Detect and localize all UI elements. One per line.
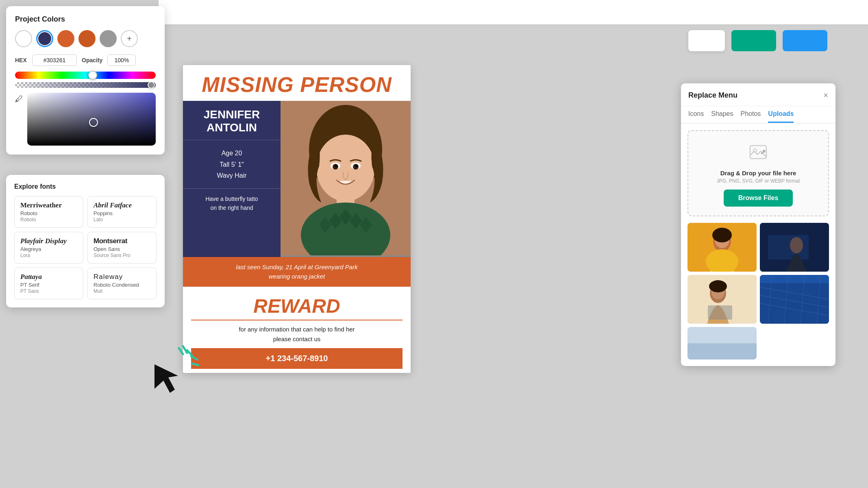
svg-line-3 xyxy=(191,356,197,359)
tab-icons[interactable]: Icons xyxy=(688,110,704,123)
replace-menu-title: Replace Menu xyxy=(688,91,737,100)
photo-thumb-4[interactable] xyxy=(760,275,829,324)
svg-rect-48 xyxy=(760,275,829,324)
alpha-slider[interactable] xyxy=(15,82,156,88)
svg-point-21 xyxy=(335,165,337,167)
font-sub1-playfair: Alegreya xyxy=(20,246,77,252)
font-sub1-abril: Poppins xyxy=(94,210,150,216)
font-sub2-playfair: Lora xyxy=(20,253,77,258)
tab-shapes[interactable]: Shapes xyxy=(711,110,733,123)
tab-photos[interactable]: Photos xyxy=(741,110,761,123)
poster-reward-section: REWARD for any information that can help… xyxy=(183,287,411,373)
hue-slider-thumb[interactable] xyxy=(88,71,97,80)
upload-sub-text: JPG, PNG, SVG, GIF or WEBP format xyxy=(696,178,820,184)
swatch-gray[interactable] xyxy=(100,30,117,47)
toolbar-button-blue[interactable] xyxy=(783,30,827,51)
replace-photos-grid xyxy=(681,223,835,366)
font-sub2-merriweather: Roboto xyxy=(20,217,77,222)
gradient-thumb[interactable] xyxy=(89,118,98,127)
opacity-label: Opacity xyxy=(82,57,102,63)
toolbar-button-white[interactable] xyxy=(688,30,725,51)
svg-line-0 xyxy=(179,348,183,354)
svg-rect-37 xyxy=(708,305,732,320)
toolbar-button-teal[interactable] xyxy=(731,30,776,51)
eyedropper-icon[interactable]: 🖊 xyxy=(15,94,23,104)
svg-point-22 xyxy=(355,165,358,167)
poster-title-box: MISSING PERSON xyxy=(183,65,411,101)
font-sub1-raleway: Roboto Condensed xyxy=(94,282,150,288)
photo-thumb-2[interactable] xyxy=(760,223,829,272)
photo-thumb-5[interactable] xyxy=(687,327,757,359)
font-sub1-montserrat: Open Sans xyxy=(94,246,150,252)
poster-name-box: JENNIFERANTOLIN xyxy=(183,101,281,140)
svg-point-9 xyxy=(316,135,375,201)
color-swatches: + xyxy=(15,30,156,47)
font-card-abril[interactable]: Abril Fatface Poppins Lato xyxy=(87,196,157,228)
poster-photo-svg xyxy=(281,101,411,255)
color-picker-title: Project Colors xyxy=(15,15,156,24)
swatch-orange2[interactable] xyxy=(78,30,96,47)
font-card-pattaya[interactable]: Pattaya PT Serif PT Sans xyxy=(14,268,83,299)
color-gradient-box[interactable] xyxy=(27,93,156,146)
font-card-playfair[interactable]: Playfair Display Alegreya Lora xyxy=(14,232,83,264)
photo-thumb-1[interactable] xyxy=(687,223,757,272)
tab-uploads[interactable]: Uploads xyxy=(768,110,794,123)
svg-rect-23 xyxy=(750,146,766,159)
poster-seen-text: last seen Sunday, 21 April at Greenyard … xyxy=(191,263,402,281)
hex-label: HEX xyxy=(15,57,27,63)
fonts-panel: Explore fonts Merriweather Roboto Roboto… xyxy=(6,175,165,307)
hex-row: HEX Opacity xyxy=(15,54,156,66)
font-card-montserrat[interactable]: Montserrat Open Sans Source Sans Pro xyxy=(87,232,157,264)
fonts-panel-title: Explore fonts xyxy=(14,183,157,190)
poster-tattoo-box: Have a butterfly tattoon the right hand xyxy=(183,189,281,218)
font-sub1-merriweather: Roboto xyxy=(20,210,77,216)
poster-age: Age 20 xyxy=(189,148,275,159)
font-name-merriweather: Merriweather xyxy=(20,201,77,209)
font-name-abril: Abril Fatface xyxy=(94,201,150,209)
poster-details-box: Age 20 Tall 5' 1" Wavy Hair xyxy=(183,140,281,189)
replace-menu-close[interactable]: × xyxy=(823,91,828,100)
opacity-input[interactable] xyxy=(107,54,136,66)
svg-line-4 xyxy=(192,364,198,365)
browse-files-button[interactable]: Browse Files xyxy=(724,190,793,207)
font-name-playfair: Playfair Display xyxy=(20,237,77,245)
swatch-white[interactable] xyxy=(15,30,32,47)
upload-drop-area[interactable]: Drag & Drop your file here JPG, PNG, SVG… xyxy=(687,130,829,216)
svg-marker-5 xyxy=(154,364,178,393)
svg-rect-50 xyxy=(687,343,757,359)
reward-phone-text: +1 234-567-8910 xyxy=(197,354,397,363)
font-name-pattaya: Pattaya xyxy=(20,273,77,281)
toolbar-buttons xyxy=(329,24,835,57)
font-sub1-pattaya: PT Serif xyxy=(20,282,77,288)
hue-slider[interactable] xyxy=(15,72,156,79)
poster-title-text: MISSING PERSON xyxy=(187,72,407,97)
replace-menu-tabs: Icons Shapes Photos Uploads xyxy=(681,106,835,124)
upload-main-text: Drag & Drop your file here xyxy=(696,170,820,176)
swatch-add[interactable]: + xyxy=(121,30,138,47)
hue-slider-wrap xyxy=(15,72,156,88)
font-card-raleway[interactable]: Raleway Roboto Condensed Muli xyxy=(87,268,157,299)
swatch-orange1[interactable] xyxy=(57,30,74,47)
font-sub2-raleway: Muli xyxy=(94,288,150,294)
color-picker-panel: Project Colors + HEX Opacity 🖊 xyxy=(6,6,165,155)
svg-rect-33 xyxy=(760,223,829,272)
poster-container: MISSING PERSON JENNIFERANTOLIN Age 20 Ta… xyxy=(183,65,411,373)
alpha-slider-thumb[interactable] xyxy=(148,81,155,89)
font-sub2-abril: Lato xyxy=(94,217,150,222)
font-card-merriweather[interactable]: Merriweather Roboto Roboto xyxy=(14,196,83,228)
swatch-dark[interactable] xyxy=(36,30,53,47)
poster-body: JENNIFERANTOLIN Age 20 Tall 5' 1" Wavy H… xyxy=(183,101,411,257)
replace-menu-header: Replace Menu × xyxy=(681,83,835,106)
font-name-raleway: Raleway xyxy=(94,273,150,281)
replace-menu-panel: Replace Menu × Icons Shapes Photos Uploa… xyxy=(681,83,835,366)
poster-info-column: JENNIFERANTOLIN Age 20 Tall 5' 1" Wavy H… xyxy=(183,101,281,257)
hex-input[interactable] xyxy=(32,54,77,66)
reward-divider xyxy=(191,320,402,320)
poster-height: Tall 5' 1" xyxy=(189,159,275,170)
poster-tattoo-text: Have a butterfly tattoon the right hand xyxy=(189,194,275,213)
photo-thumb-3[interactable] xyxy=(687,275,757,324)
upload-icon xyxy=(696,142,820,166)
svg-point-38 xyxy=(709,280,727,292)
upload-image-icon xyxy=(748,142,768,162)
arrow-icon xyxy=(146,344,199,397)
